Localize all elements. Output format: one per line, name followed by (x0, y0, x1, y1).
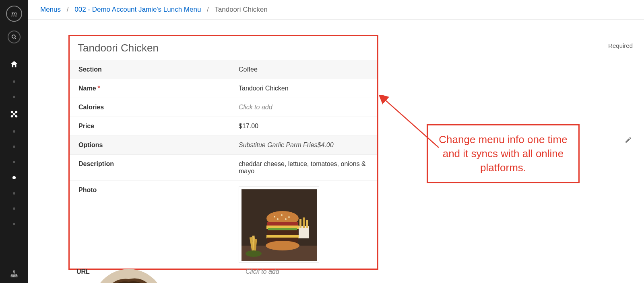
sidebar-dot[interactable] (13, 161, 15, 163)
sidebar-search-button[interactable] (8, 31, 21, 43)
row-price[interactable]: Price $17.00 (70, 117, 377, 136)
field-label-section: Section (70, 60, 239, 79)
field-label-price: Price (70, 117, 239, 135)
field-value-options: Substitue Garlic Parm Fries$4.00 (239, 136, 377, 154)
svg-rect-24 (306, 220, 308, 228)
photo-thumbnail-frame[interactable] (239, 187, 319, 263)
main-area: Menus / 002 - Demo Account Jamie's Lunch… (28, 0, 644, 283)
field-value-price: $17.00 (239, 117, 377, 135)
svg-rect-10 (13, 275, 14, 277)
annotation-callout: Change menu info one time and it syncs w… (427, 124, 580, 183)
org-icon (10, 270, 18, 278)
field-label-options: Options (70, 136, 239, 154)
field-label-name: Name* (70, 79, 239, 98)
svg-rect-23 (303, 217, 305, 228)
field-value-photo (239, 181, 377, 269)
svg-point-0 (12, 35, 15, 38)
sidebar-dot-active[interactable] (12, 176, 16, 179)
row-section[interactable]: Section Coffee (70, 60, 377, 79)
network-icon (10, 110, 19, 119)
item-title: Tandoori Chicken (70, 36, 377, 60)
row-calories[interactable]: Calories Click to add (70, 98, 377, 117)
sidebar-item-org[interactable] (0, 270, 28, 278)
required-asterisk-icon: * (98, 85, 100, 92)
sidebar-dot[interactable] (13, 96, 15, 98)
row-options[interactable]: Options Substitue Garlic Parm Fries$4.00 (70, 136, 377, 155)
edit-options-button[interactable] (625, 136, 632, 145)
search-icon (11, 34, 17, 40)
row-description[interactable]: Description cheddar cheese, lettuce, tom… (70, 155, 377, 181)
row-photo[interactable]: Photo (70, 181, 377, 269)
svg-point-35 (288, 216, 290, 218)
sidebar-dot[interactable] (13, 146, 15, 148)
svg-rect-9 (11, 275, 12, 277)
home-icon (10, 60, 19, 69)
field-label-photo: Photo (70, 181, 239, 269)
svg-point-34 (281, 214, 283, 216)
breadcrumb-root[interactable]: Menus (40, 6, 61, 13)
sidebar-dot[interactable] (13, 207, 15, 210)
svg-rect-22 (299, 219, 301, 228)
field-label-calories: Calories (70, 98, 239, 117)
svg-rect-11 (16, 275, 17, 277)
field-placeholder-url: Click to add (246, 268, 279, 275)
sidebar-item-home[interactable] (0, 55, 28, 74)
svg-point-37 (277, 218, 279, 220)
breadcrumb-sep: / (207, 6, 209, 13)
field-label-url: URL (76, 268, 246, 275)
svg-point-36 (285, 218, 287, 220)
pencil-icon (625, 136, 632, 144)
svg-point-38 (246, 250, 262, 257)
svg-point-33 (274, 216, 275, 217)
field-value-section: Coffee (239, 60, 377, 79)
breadcrumb-current: Tandoori Chicken (215, 6, 267, 13)
item-detail-panel: Tandoori Chicken Section Coffee Name* Ta… (68, 35, 378, 270)
sidebar-item-network[interactable] (0, 105, 28, 124)
app-logo[interactable]: m (6, 6, 22, 22)
sidebar-dot[interactable] (13, 223, 15, 225)
svg-rect-29 (267, 230, 298, 236)
sidebar-dot[interactable] (13, 192, 15, 195)
breadcrumb: Menus / 002 - Demo Account Jamie's Lunch… (28, 0, 644, 20)
required-label: Required (608, 42, 633, 49)
svg-line-1 (15, 38, 16, 39)
sidebar: m (0, 0, 28, 283)
svg-rect-21 (299, 226, 309, 238)
breadcrumb-middle[interactable]: 002 - Demo Account Jamie's Lunch Menu (74, 6, 201, 13)
sidebar-dot[interactable] (13, 130, 15, 133)
field-label-description: Description (70, 155, 239, 180)
svg-point-32 (266, 241, 299, 250)
sidebar-dot[interactable] (13, 80, 15, 83)
svg-rect-8 (13, 271, 14, 272)
field-value-description: cheddar cheese, lettuce, tomatoes, onion… (239, 155, 377, 180)
field-value-name: Tandoori Chicken (239, 79, 377, 98)
row-name[interactable]: Name* Tandoori Chicken (70, 79, 377, 98)
photo-thumbnail (242, 189, 317, 261)
breadcrumb-sep: / (67, 6, 69, 13)
field-placeholder-calories: Click to add (239, 98, 377, 117)
